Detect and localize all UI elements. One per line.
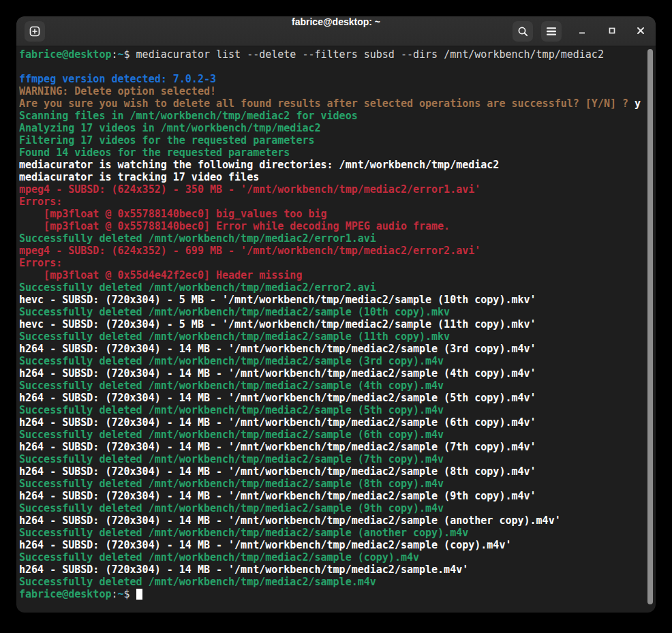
terminal-text-segment: Successfully deleted /mnt/workbench/tmp/… [19,404,444,416]
terminal-line: h264 - SUBSD: (720x304) - 14 MB - '/mnt/… [19,441,643,453]
terminal-text-segment: h264 - SUBSD: (720x304) - 14 MB - '/mnt/… [19,416,536,429]
terminal-text-segment: h264 - SUBSD: (720x304) - 14 MB - '/mnt/… [19,514,561,527]
maximize-button[interactable] [604,23,620,40]
terminal-line: [mp3float @ 0x55d4e42f2ec0] Header missi… [19,269,643,281]
terminal-text-segment: h264 - SUBSD: (720x304) - 14 MB - '/mnt/… [19,490,536,502]
terminal-line: hevc - SUBSD: (720x304) - 5 MB - '/mnt/w… [19,318,643,330]
terminal-line: Successfully deleted /mnt/workbench/tmp/… [19,281,643,294]
scrollbar-thumb[interactable] [647,49,653,604]
terminal-text-segment: Successfully deleted /mnt/workbench/tmp/… [19,527,468,539]
terminal-line: Scanning files in /mnt/workbench/tmp/med… [19,110,643,122]
terminal-line: Successfully deleted /mnt/workbench/tmp/… [19,232,643,245]
menu-button[interactable] [541,21,562,42]
terminal-text-segment: mediacurator is tracking 17 video files [19,171,259,183]
terminal-line: mediacurator is tracking 17 video files [19,171,643,183]
terminal-text-segment: Successfully deleted /mnt/workbench/tmp/… [19,478,444,490]
terminal-line: ffmpeg version detected: 7.0.2-3 [19,73,643,85]
terminal-line: h264 - SUBSD: (720x304) - 14 MB - '/mnt/… [19,490,643,502]
terminal-line: Successfully deleted /mnt/workbench/tmp/… [19,380,643,392]
terminal-text-segment: $ [124,48,136,61]
terminal-line: mpeg4 - SUBSD: (624x352) - 350 MB - '/mn… [19,183,643,196]
terminal-line: Successfully deleted /mnt/workbench/tmp/… [19,527,643,539]
terminal-line: Successfully deleted /mnt/workbench/tmp/… [19,404,643,416]
terminal-text-segment: Successfully deleted /mnt/workbench/tmp/… [19,306,450,318]
terminal-line: [mp3float @ 0x55788140bec0] Error while … [19,220,643,232]
terminal-line: Filtering 17 videos for the requested pa… [19,134,643,146]
terminal-line: Are you sure you wish to delete all foun… [19,97,643,110]
terminal-text-segment: WARNING: Delete option selected! [19,85,216,97]
terminal-line: Successfully deleted /mnt/workbench/tmp/… [19,478,643,490]
terminal-text-segment: Errors: [19,196,62,208]
terminal-text-segment: h264 - SUBSD: (720x304) - 14 MB - '/mnt/… [19,539,511,551]
search-button[interactable] [513,21,533,42]
search-icon [517,26,529,37]
terminal-cursor [136,589,142,600]
terminal-text-segment: ~ [118,48,124,61]
terminal-text-segment: Errors: [19,257,62,269]
terminal-line: Successfully deleted /mnt/workbench/tmp/… [19,551,643,563]
terminal-text-segment: $ [124,588,136,600]
terminal-text-segment: Scanning files in /mnt/workbench/tmp/med… [19,110,358,122]
terminal-text-segment: [mp3float @ 0x55d4e42f2ec0] Header missi… [19,269,302,281]
terminal-text-segment: h264 - SUBSD: (720x304) - 14 MB - '/mnt/… [19,563,468,576]
terminal-text-segment: : [111,48,117,61]
new-tab-icon [29,25,41,37]
terminal-text-segment: mediacurator list --delete --filters sub… [136,48,604,61]
terminal-text-segment: Successfully deleted /mnt/workbench/tmp/… [19,453,444,465]
terminal-line: Successfully deleted /mnt/workbench/tmp/… [19,330,643,343]
header-bar: fabrice@desktop: ~ [16,16,656,46]
terminal-line: Successfully deleted /mnt/workbench/tmp/… [19,306,643,318]
terminal-line: Successfully deleted /mnt/workbench/tmp/… [19,576,643,588]
terminal-text-segment: Are you sure you wish to delete all foun… [19,97,635,110]
terminal-text-segment: hevc - SUBSD: (720x304) - 5 MB - '/mnt/w… [19,294,536,306]
terminal-line: fabrice@desktop:~$ [19,588,643,600]
terminal-line: fabrice@desktop:~$ mediacurator list --d… [19,48,643,61]
terminal-line: h264 - SUBSD: (720x304) - 14 MB - '/mnt/… [19,343,643,355]
terminal-text-segment: h264 - SUBSD: (720x304) - 14 MB - '/mnt/… [19,441,536,453]
maximize-icon [607,26,617,37]
terminal-line: Successfully deleted /mnt/workbench/tmp/… [19,453,643,465]
terminal-output[interactable]: fabrice@desktop:~$ mediacurator list --d… [16,46,656,613]
terminal-text-segment: ~ [118,588,124,600]
terminal-text-segment: mpeg4 - SUBSD: (624x352) - 699 MB - '/mn… [19,245,480,257]
terminal-text-segment: h264 - SUBSD: (720x304) - 14 MB - '/mnt/… [19,367,536,380]
terminal-text-segment: [mp3float @ 0x55788140bec0] Error while … [19,220,450,232]
terminal-line: h264 - SUBSD: (720x304) - 14 MB - '/mnt/… [19,367,643,380]
terminal-text-segment: h264 - SUBSD: (720x304) - 14 MB - '/mnt/… [19,343,536,355]
scrollbar[interactable] [647,48,654,610]
terminal-text-segment: y [635,97,641,110]
terminal-line: Errors: [19,196,643,208]
hamburger-menu-icon [546,27,557,36]
terminal-line: mpeg4 - SUBSD: (624x352) - 699 MB - '/mn… [19,245,643,257]
close-button[interactable] [632,23,649,40]
terminal-line: h264 - SUBSD: (720x304) - 14 MB - '/mnt/… [19,465,643,478]
terminal-text-segment: ffmpeg version detected: 7.0.2-3 [19,73,216,85]
terminal-line: h264 - SUBSD: (720x304) - 14 MB - '/mnt/… [19,563,643,576]
terminal-line: Found 14 videos for the requested parame… [19,146,643,159]
terminal-text-segment: Successfully deleted /mnt/workbench/tmp/… [19,330,450,343]
terminal-text-segment: mediacurator is watching the following d… [19,159,499,171]
terminal-line: mediacurator is watching the following d… [19,159,643,171]
new-tab-button[interactable] [25,21,45,42]
terminal-text-segment: : [111,588,117,600]
terminal-text-segment: h264 - SUBSD: (720x304) - 14 MB - '/mnt/… [19,392,536,404]
terminal-line: Successfully deleted /mnt/workbench/tmp/… [19,429,643,441]
terminal-line: h264 - SUBSD: (720x304) - 14 MB - '/mnt/… [19,514,643,527]
terminal-text-segment: hevc - SUBSD: (720x304) - 5 MB - '/mnt/w… [19,318,536,330]
terminal-window: fabrice@desktop: ~ [16,16,656,613]
terminal-text-segment: Found 14 videos for the requested parame… [19,146,290,159]
terminal-text-segment: Successfully deleted /mnt/workbench/tmp/… [19,429,444,441]
terminal-text-segment: Filtering 17 videos for the requested pa… [19,134,314,146]
terminal-text-segment: [mp3float @ 0x55788140bec0] big_values t… [19,208,327,220]
terminal-text-segment: Successfully deleted /mnt/workbench/tmp/… [19,355,444,367]
terminal-line: hevc - SUBSD: (720x304) - 5 MB - '/mnt/w… [19,294,643,306]
terminal-text-segment: Successfully deleted /mnt/workbench/tmp/… [19,380,444,392]
terminal-line: WARNING: Delete option selected! [19,85,643,97]
terminal-line: [mp3float @ 0x55788140bec0] big_values t… [19,208,643,220]
terminal-line [19,61,643,73]
minimize-icon [577,26,587,37]
minimize-button[interactable] [574,23,590,40]
terminal-text-segment: Successfully deleted /mnt/workbench/tmp/… [19,576,376,588]
terminal-text-segment: Successfully deleted /mnt/workbench/tmp/… [19,551,419,563]
terminal-text-segment: mpeg4 - SUBSD: (624x352) - 350 MB - '/mn… [19,183,480,196]
